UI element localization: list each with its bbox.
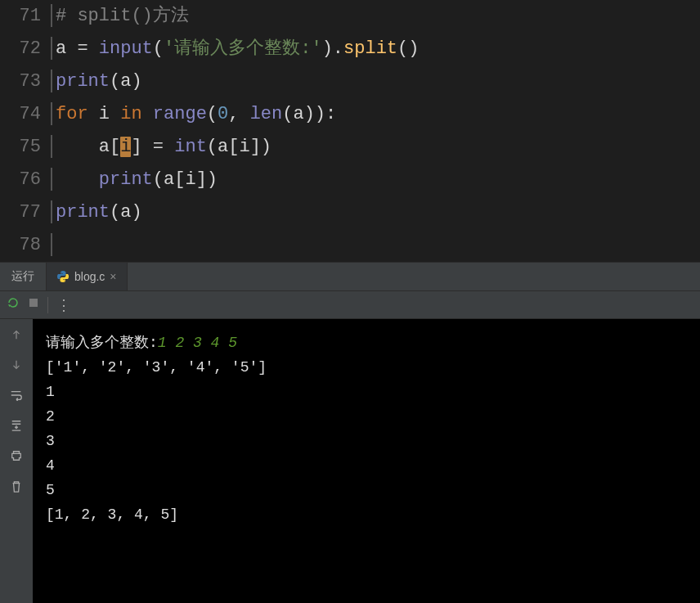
terminal-line: 3 [46, 433, 55, 449]
code-line[interactable]: a = input('请输入多个整数:').split() [51, 33, 700, 65]
code-editor: 71 72 73 74 75 76 77 78 # split()方法 a = … [0, 0, 700, 262]
line-number: 78 [0, 229, 41, 262]
terminal-line: 5 [46, 482, 55, 498]
down-arrow-icon[interactable] [11, 359, 22, 375]
scroll-to-end-icon[interactable] [10, 420, 23, 435]
terminal-line: ['1', '2', '3', '4', '5'] [46, 359, 267, 376]
line-gutter: 71 72 73 74 75 76 77 78 [0, 0, 51, 262]
terminal-prompt: 请输入多个整数:1 2 3 4 5 [46, 335, 237, 351]
code-content[interactable]: # split()方法 a = input('请输入多个整数:').split(… [51, 0, 700, 262]
line-number: 75 [0, 131, 41, 164]
print-icon[interactable] [10, 450, 23, 466]
line-number: 74 [0, 98, 41, 131]
more-icon[interactable]: ⋮ [56, 296, 71, 314]
terminal-line: 4 [46, 457, 55, 474]
code-line[interactable]: print(a) [51, 196, 700, 229]
line-number: 71 [0, 0, 41, 33]
line-number: 73 [0, 65, 41, 98]
code-line[interactable]: # split()方法 [51, 0, 700, 33]
code-line[interactable]: for i in range(0, len(a)): [51, 98, 700, 131]
comment-text: # split()方法 [56, 6, 189, 26]
terminal-line: [1, 2, 3, 4, 5] [46, 506, 178, 523]
soft-wrap-icon[interactable] [10, 389, 23, 405]
code-line[interactable] [51, 229, 700, 262]
python-icon [56, 270, 70, 283]
terminal-line: 2 [46, 408, 55, 425]
terminal-toolbar: ⋮ [0, 291, 700, 319]
stop-icon[interactable] [28, 297, 39, 313]
line-number: 76 [0, 164, 41, 196]
code-line[interactable]: print(a) [51, 65, 700, 98]
cursor-highlight: i [120, 137, 131, 157]
panel-tab-bar: 运行 blog.c × [0, 262, 700, 291]
line-number: 77 [0, 196, 41, 229]
terminal-user-input: 1 2 3 4 5 [158, 335, 237, 351]
code-line[interactable]: a[i] = int(a[i]) [51, 131, 700, 164]
terminal-panel: 请输入多个整数:1 2 3 4 5 ['1', '2', '3', '4', '… [0, 319, 700, 603]
tab-label: blog.c [74, 270, 105, 283]
trash-icon[interactable] [11, 480, 22, 497]
run-panel-label[interactable]: 运行 [0, 263, 47, 290]
rerun-icon[interactable] [7, 296, 20, 313]
close-icon[interactable]: × [110, 270, 116, 283]
svg-rect-0 [29, 299, 38, 307]
line-number: 72 [0, 33, 41, 65]
tab-blog-c[interactable]: blog.c × [47, 263, 128, 290]
terminal-side-toolbar [0, 319, 33, 603]
terminal-line: 1 [46, 384, 55, 400]
up-arrow-icon[interactable] [11, 329, 22, 344]
terminal-output[interactable]: 请输入多个整数:1 2 3 4 5 ['1', '2', '3', '4', '… [33, 319, 700, 603]
code-line[interactable]: print(a[i]) [51, 164, 700, 196]
